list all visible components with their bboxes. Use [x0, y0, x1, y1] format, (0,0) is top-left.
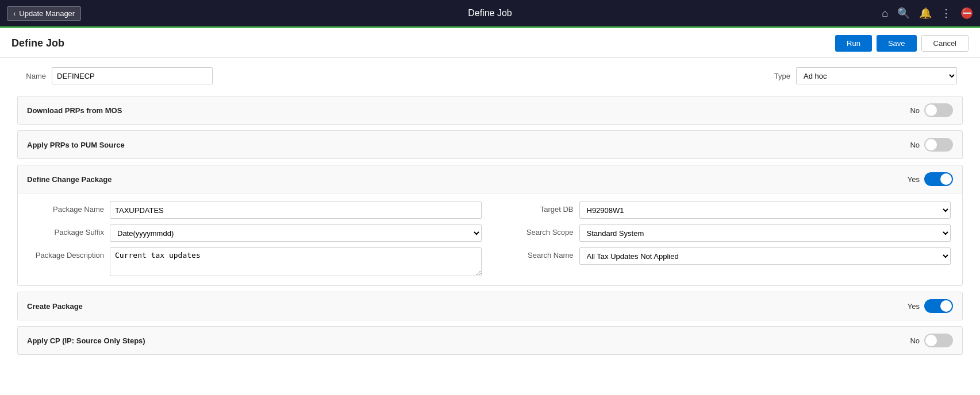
- name-field-group: Name: [23, 67, 213, 84]
- package-name-input[interactable]: [110, 202, 482, 219]
- create-package-section: Create Package Yes: [17, 292, 963, 320]
- dcp-right-col: Target DB H92908W1 H92908W2 Search Scope…: [499, 202, 951, 276]
- download-prps-toggle[interactable]: [924, 103, 953, 117]
- apply-prps-toggle[interactable]: [924, 138, 953, 152]
- name-label: Name: [23, 72, 46, 80]
- page-title: Define Job: [11, 37, 64, 49]
- create-package-header: Create Package Yes: [18, 292, 962, 320]
- download-prps-title: Download PRPs from MOS: [27, 106, 122, 115]
- search-name-select[interactable]: All Tax Updates Not Applied All Updates …: [579, 247, 951, 265]
- chevron-left-icon: ‹: [13, 9, 16, 18]
- define-change-package-section: Define Change Package Yes Package Name P…: [17, 165, 963, 286]
- download-prps-toggle-label: No: [910, 106, 920, 115]
- back-button[interactable]: ‹ Update Manager: [7, 6, 81, 21]
- create-package-slider: [924, 299, 953, 313]
- download-prps-slider: [924, 103, 953, 117]
- create-package-title: Create Package: [27, 302, 83, 311]
- define-change-package-title: Define Change Package: [27, 175, 112, 184]
- define-change-package-header: Define Change Package Yes: [18, 165, 962, 193]
- package-suffix-label: Package Suffix: [29, 224, 104, 237]
- dcp-left-col: Package Name Package Suffix Date(yyyymmd…: [29, 202, 482, 276]
- name-input[interactable]: [52, 67, 213, 84]
- apply-cp-slider: [924, 334, 953, 347]
- search-scope-select[interactable]: Standard System Custom: [579, 224, 951, 242]
- apply-prps-toggle-label: No: [910, 141, 920, 149]
- topbar-title: Define Job: [468, 8, 512, 18]
- target-db-select[interactable]: H92908W1 H92908W2: [579, 202, 951, 219]
- search-scope-label: Search Scope: [499, 224, 574, 237]
- package-description-textarea[interactable]: Current tax updates: [110, 247, 482, 276]
- download-prps-header: Download PRPs from MOS No: [18, 96, 962, 124]
- download-prps-section: Download PRPs from MOS No: [17, 96, 963, 125]
- apply-prps-section: Apply PRPs to PUM Source No: [17, 130, 963, 159]
- search-name-label: Search Name: [499, 247, 574, 260]
- topbar-icons: ⌂ 🔍 🔔 ⋮ ⛔: [882, 7, 973, 20]
- home-icon[interactable]: ⌂: [882, 7, 888, 20]
- apply-prps-header: Apply PRPs to PUM Source No: [18, 131, 962, 158]
- download-prps-toggle-wrap: No: [910, 103, 953, 117]
- target-db-label: Target DB: [499, 202, 574, 214]
- type-select[interactable]: Ad hoc Scheduled Recurring: [796, 67, 957, 84]
- apply-prps-title: Apply PRPs to PUM Source: [27, 141, 125, 149]
- apply-cp-toggle-wrap: No: [910, 334, 953, 347]
- define-change-package-slider: [924, 172, 953, 186]
- ban-icon[interactable]: ⛔: [960, 7, 973, 20]
- type-field-group: Type Ad hoc Scheduled Recurring: [773, 67, 957, 84]
- package-name-row: Package Name: [29, 202, 482, 219]
- apply-prps-toggle-wrap: No: [910, 138, 953, 152]
- run-button[interactable]: Run: [835, 35, 872, 52]
- header-buttons: Run Save Cancel: [835, 35, 969, 52]
- define-change-package-toggle-wrap: Yes: [908, 172, 953, 186]
- topbar: ‹ Update Manager Define Job ⌂ 🔍 🔔 ⋮ ⛔: [0, 0, 980, 26]
- more-vertical-icon[interactable]: ⋮: [941, 7, 951, 20]
- package-suffix-row: Package Suffix Date(yyyymmdd) Numeric No…: [29, 224, 482, 242]
- create-package-toggle-label: Yes: [908, 302, 920, 311]
- search-scope-row: Search Scope Standard System Custom: [499, 224, 951, 242]
- apply-cp-toggle[interactable]: [924, 334, 953, 347]
- apply-cp-toggle-label: No: [910, 336, 920, 345]
- package-name-label: Package Name: [29, 202, 104, 214]
- search-icon[interactable]: 🔍: [897, 7, 910, 20]
- save-button[interactable]: Save: [877, 35, 917, 52]
- cancel-button[interactable]: Cancel: [921, 35, 969, 52]
- apply-cp-section: Apply CP (IP: Source Only Steps) No: [17, 326, 963, 355]
- search-name-row: Search Name All Tax Updates Not Applied …: [499, 247, 951, 265]
- create-package-toggle-wrap: Yes: [908, 299, 953, 313]
- back-label: Update Manager: [19, 9, 75, 18]
- type-label: Type: [773, 72, 790, 80]
- apply-cp-header: Apply CP (IP: Source Only Steps) No: [18, 327, 962, 354]
- apply-prps-slider: [924, 138, 953, 152]
- define-change-package-toggle-label: Yes: [908, 175, 920, 184]
- target-db-row: Target DB H92908W1 H92908W2: [499, 202, 951, 219]
- package-description-label: Package Description: [29, 247, 104, 260]
- name-type-row: Name Type Ad hoc Scheduled Recurring: [17, 67, 963, 84]
- package-description-row: Package Description Current tax updates: [29, 247, 482, 276]
- define-change-package-content: Package Name Package Suffix Date(yyyymmd…: [18, 193, 962, 285]
- package-suffix-select[interactable]: Date(yyyymmdd) Numeric None: [110, 224, 482, 242]
- apply-cp-title: Apply CP (IP: Source Only Steps): [27, 336, 145, 345]
- page-header: Define Job Run Save Cancel: [0, 28, 980, 58]
- define-change-package-toggle[interactable]: [924, 172, 953, 186]
- main-content: Name Type Ad hoc Scheduled Recurring Dow…: [0, 58, 980, 370]
- create-package-toggle[interactable]: [924, 299, 953, 313]
- bell-icon[interactable]: 🔔: [919, 7, 932, 20]
